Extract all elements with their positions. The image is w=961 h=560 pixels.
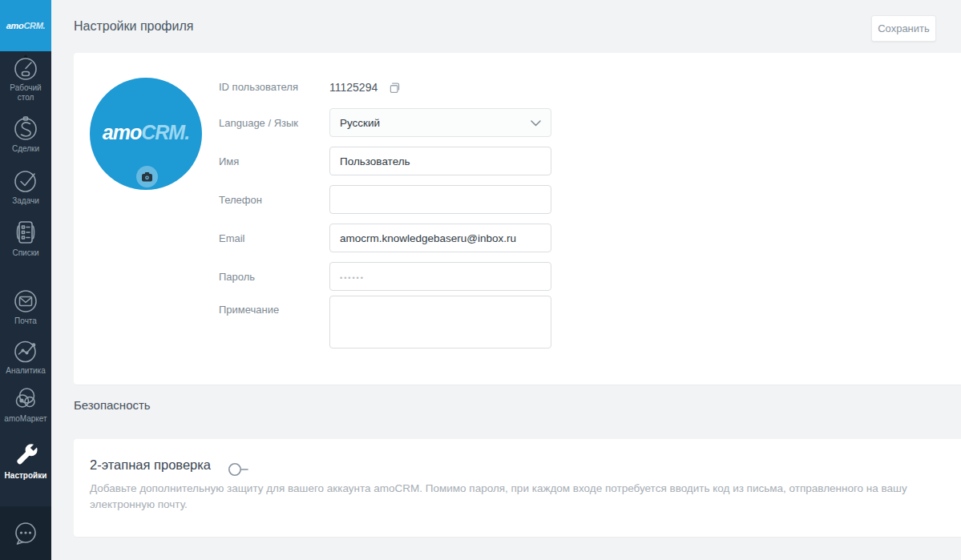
- sidebar-item-tasks[interactable]: Задачи: [0, 166, 51, 206]
- two-factor-title: 2-этапная проверка: [90, 457, 211, 473]
- security-section-title: Безопасность: [74, 398, 151, 412]
- email-label: Email: [219, 224, 323, 252]
- name-label: Имя: [219, 147, 323, 175]
- user-id-row: ID пользователя 11125294: [219, 78, 961, 97]
- sidebar-item-analytics[interactable]: Аналитика: [0, 336, 51, 376]
- note-label: Примечание: [219, 304, 323, 316]
- page-title: Настройки профиля: [74, 19, 193, 34]
- sidebar-item-mail[interactable]: Почта: [0, 286, 51, 326]
- sidebar-item-label: Настройки: [0, 471, 51, 481]
- sidebar-item-label: Сделки: [0, 144, 51, 154]
- market-icon: [0, 384, 51, 413]
- mail-icon: [0, 286, 51, 315]
- email-input[interactable]: [329, 224, 551, 252]
- sidebar-item-label: Аналитика: [0, 366, 51, 376]
- profile-card: amoCRM. ID пользователя 11125294: [74, 53, 961, 385]
- email-row: Email: [219, 224, 961, 252]
- deals-icon: [0, 114, 51, 143]
- camera-icon[interactable]: [136, 166, 158, 187]
- tasks-icon: [0, 166, 51, 195]
- main-content: Настройки профиля Сохранить amoCRM. ID п…: [51, 0, 961, 560]
- sidebar-item-market[interactable]: amoМаркет: [0, 384, 51, 424]
- sidebar-item-label: Задачи: [0, 196, 51, 206]
- gauge-icon: [0, 53, 51, 82]
- two-factor-toggle[interactable]: [228, 462, 252, 480]
- user-id-value: 11125294: [329, 81, 378, 94]
- copy-icon[interactable]: [386, 80, 401, 98]
- name-row: Имя: [219, 147, 961, 175]
- sidebar-item-deals[interactable]: Сделки: [0, 114, 51, 154]
- password-input[interactable]: [329, 262, 551, 291]
- password-label: Пароль: [219, 262, 323, 291]
- sidebar-item-lists[interactable]: Списки: [0, 218, 51, 258]
- language-row: Language / Язык Русский: [219, 108, 961, 137]
- password-row: Пароль: [219, 262, 961, 291]
- sidebar-item-desktop[interactable]: Рабочий стол: [0, 53, 51, 103]
- name-input[interactable]: [329, 147, 551, 175]
- avatar-logo-text: amoCRM.: [90, 121, 202, 144]
- phone-row: Телефон: [219, 185, 961, 214]
- language-selected-value: Русский: [340, 117, 380, 129]
- avatar[interactable]: amoCRM.: [90, 78, 202, 190]
- language-label: Language / Язык: [219, 108, 323, 137]
- app-logo[interactable]: amoCRM.: [0, 0, 51, 51]
- language-select[interactable]: Русский: [329, 108, 551, 137]
- note-textarea[interactable]: [329, 296, 551, 348]
- wrench-icon: [0, 441, 51, 469]
- analytics-icon: [0, 336, 51, 365]
- note-row: Примечание: [219, 296, 961, 348]
- chevron-down-icon: [531, 120, 541, 127]
- save-button[interactable]: Сохранить: [871, 15, 936, 42]
- lists-icon: [0, 218, 51, 247]
- sidebar-item-label: Списки: [0, 248, 51, 258]
- sidebar-item-label: Почта: [0, 316, 51, 326]
- sidebar-bottom-section: [0, 506, 51, 560]
- sidebar-item-settings[interactable]: Настройки: [0, 441, 51, 481]
- two-factor-description: Добавьте дополнительную защиту для вашег…: [90, 481, 932, 513]
- sidebar-item-label: amoМаркет: [0, 414, 51, 424]
- chat-icon[interactable]: [10, 518, 42, 560]
- sidebar: amoCRM. Рабочий стол Сделки: [0, 0, 51, 560]
- user-id-label: ID пользователя: [219, 81, 323, 93]
- two-factor-card: 2-этапная проверка Добавьте дополнительн…: [74, 439, 961, 537]
- phone-input[interactable]: [329, 185, 551, 214]
- sidebar-item-label: Рабочий стол: [0, 83, 51, 103]
- phone-label: Телефон: [219, 185, 323, 214]
- logo-text: amoCRM.: [6, 21, 46, 30]
